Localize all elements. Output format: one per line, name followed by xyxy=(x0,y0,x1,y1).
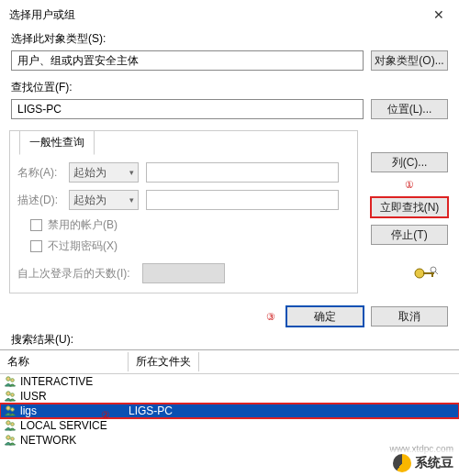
tab-general-query[interactable]: 一般性查询 xyxy=(19,130,95,155)
object-type-field[interactable]: 用户、组或内置安全主体 xyxy=(11,50,364,71)
titlebar: 选择用户或组 ✕ xyxy=(0,0,459,28)
cancel-button[interactable]: 取消 xyxy=(371,306,448,327)
days-since-logon-combo[interactable] xyxy=(142,263,225,283)
name-label: 名称(A): xyxy=(17,165,62,181)
row-name: ligs xyxy=(20,404,37,417)
user-group-icon xyxy=(4,404,17,417)
chevron-down-icon: ▾ xyxy=(129,195,134,205)
col-folder[interactable]: 所在文件夹 xyxy=(129,352,199,371)
svg-point-6 xyxy=(11,379,15,382)
row-folder: LIGS-PC xyxy=(129,404,173,417)
non-expiring-password-label: 不过期密码(X) xyxy=(48,238,118,254)
desc-match-combo[interactable]: 起始为▾ xyxy=(69,190,139,210)
svg-point-10 xyxy=(11,408,15,412)
row-name: IUSR xyxy=(20,390,47,403)
locations-button[interactable]: 位置(L)... xyxy=(371,99,448,119)
col-name[interactable]: 名称 xyxy=(0,352,129,371)
disabled-accounts-checkbox[interactable] xyxy=(30,219,42,231)
query-section: 一般性查询 名称(A): 起始为▾ 描述(D): 起始为▾ 禁用的帐户(B) 不… xyxy=(9,130,358,293)
annotation-1: ① xyxy=(405,180,414,190)
find-now-button[interactable]: 立即查找(N) xyxy=(371,197,448,217)
object-type-label: 选择此对象类型(S): xyxy=(0,28,459,49)
svg-point-8 xyxy=(11,393,15,397)
results-list: 名称 所在文件夹 INTERACTIVEIUSRligsLIGS-PCLOCAL… xyxy=(0,349,459,448)
row-name: LOCAL SERVICE xyxy=(20,419,107,432)
columns-button[interactable]: 列(C)... xyxy=(371,152,448,172)
watermark: 系统豆 xyxy=(387,450,459,476)
svg-point-14 xyxy=(11,437,15,441)
chevron-down-icon: ▾ xyxy=(129,168,134,177)
svg-point-9 xyxy=(6,406,10,410)
row-name: NETWORK xyxy=(20,434,76,447)
stop-button[interactable]: 停止(T) xyxy=(371,225,448,245)
svg-point-0 xyxy=(415,269,424,278)
watermark-text: 系统豆 xyxy=(415,455,453,471)
table-row[interactable]: LOCAL SERVICE xyxy=(0,418,459,433)
table-row[interactable]: INTERACTIVE xyxy=(0,374,459,389)
location-field[interactable]: LIGS-PC xyxy=(11,99,364,119)
annotation-3: ③ xyxy=(266,311,275,323)
user-group-icon xyxy=(4,390,17,403)
svg-point-11 xyxy=(6,421,10,425)
object-types-button[interactable]: 对象类型(O)... xyxy=(371,50,448,71)
ok-button[interactable]: 确定 xyxy=(286,306,364,327)
results-label: 搜索结果(U): xyxy=(0,330,459,349)
table-row[interactable]: IUSR xyxy=(0,389,459,404)
dialog-title: 选择用户或组 xyxy=(9,7,75,23)
name-input[interactable] xyxy=(146,162,339,183)
table-row[interactable]: ligsLIGS-PC xyxy=(0,404,459,418)
annotation-2: ② xyxy=(101,409,110,421)
svg-point-7 xyxy=(6,392,10,395)
svg-point-12 xyxy=(11,423,15,426)
svg-rect-2 xyxy=(431,272,433,277)
user-group-icon xyxy=(4,434,17,447)
desc-input[interactable] xyxy=(146,190,339,210)
row-name: INTERACTIVE xyxy=(20,375,93,388)
location-label: 查找位置(F): xyxy=(0,76,459,97)
name-match-combo[interactable]: 起始为▾ xyxy=(69,162,139,183)
svg-line-4 xyxy=(435,271,438,274)
watermark-logo-icon xyxy=(393,454,411,472)
non-expiring-password-checkbox[interactable] xyxy=(30,240,42,252)
disabled-accounts-label: 禁用的帐户(B) xyxy=(48,217,118,233)
svg-point-5 xyxy=(6,377,10,381)
user-group-icon xyxy=(4,419,17,432)
results-header[interactable]: 名称 所在文件夹 xyxy=(0,350,459,374)
days-since-logon-label: 自上次登录后的天数(I): xyxy=(17,266,135,282)
svg-point-13 xyxy=(6,436,10,439)
desc-label: 描述(D): xyxy=(17,193,62,208)
user-group-icon xyxy=(4,375,17,388)
close-button[interactable]: ✕ xyxy=(426,6,452,24)
search-key-icon xyxy=(413,266,439,281)
